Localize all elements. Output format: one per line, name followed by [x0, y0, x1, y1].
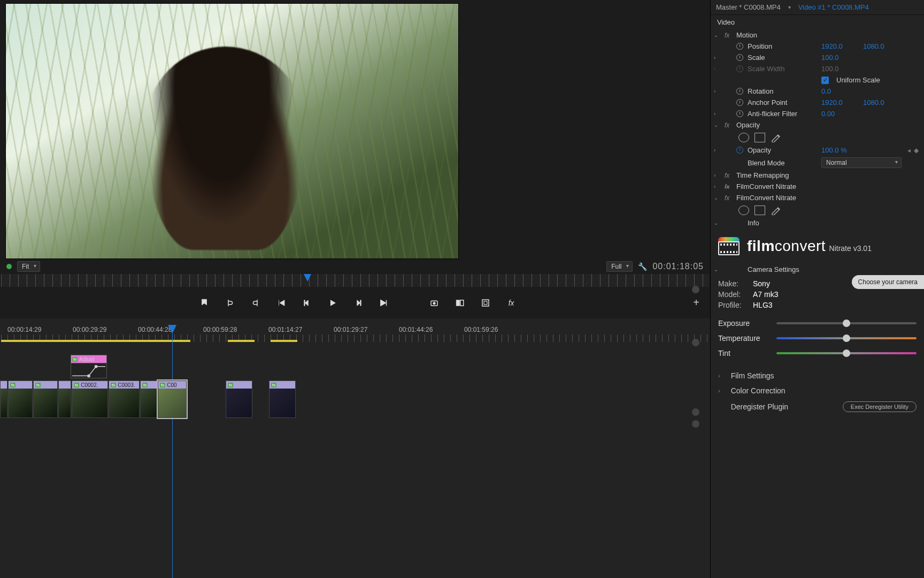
- track-scroll-handle[interactable]: [692, 339, 699, 346]
- export-frame-button[interactable]: [428, 297, 440, 309]
- timeline-panel[interactable]: 00:00:14:29 00:00:29:29 00:00:44:28 00:0…: [0, 318, 710, 578]
- blend-mode-dropdown[interactable]: Normal: [821, 157, 902, 168]
- effect-filmconvert-b[interactable]: FilmConvert Nitrate: [736, 194, 919, 202]
- settings-icon[interactable]: 🔧: [638, 262, 647, 271]
- adjustment-layer-clip[interactable]: fxAdjust: [71, 355, 107, 378]
- tab-clip[interactable]: Video #1 * C0008.MP4: [798, 3, 869, 11]
- time-ruler[interactable]: 00:00:14:29 00:00:29:29 00:00:44:28 00:0…: [1, 326, 709, 342]
- workarea-seg[interactable]: [1, 340, 190, 342]
- video-clip-selected[interactable]: fxC00: [158, 381, 187, 418]
- section-color-correction[interactable]: Color Correction: [731, 386, 786, 395]
- effect-controls-panel[interactable]: Master * C0008.MP4 ▾ Video #1 * C0008.MP…: [710, 0, 924, 578]
- twirl-icon[interactable]: ⌄: [714, 32, 720, 38]
- twirl-icon[interactable]: ›: [714, 172, 720, 178]
- uniform-scale-checkbox[interactable]: ✓: [821, 77, 829, 84]
- twirl-icon[interactable]: ⌄: [714, 220, 720, 226]
- go-to-in-button[interactable]: [275, 297, 287, 309]
- prev-keyframe-button[interactable]: ◂: [907, 147, 911, 154]
- video-clip[interactable]: [0, 381, 7, 418]
- rect-mask-button[interactable]: [754, 206, 765, 215]
- exposure-slider[interactable]: [776, 322, 917, 324]
- video-clip[interactable]: fx: [269, 381, 296, 418]
- fx-icon[interactable]: fx: [725, 172, 732, 179]
- section-film-settings[interactable]: Film Settings: [731, 371, 774, 380]
- slider-thumb[interactable]: [843, 320, 850, 327]
- twirl-icon[interactable]: ›: [714, 147, 720, 153]
- slider-thumb[interactable]: [843, 349, 850, 357]
- go-to-out-button[interactable]: [378, 297, 390, 309]
- keyframe-toggle-active[interactable]: [736, 147, 743, 154]
- video-clip[interactable]: fx: [226, 381, 252, 418]
- ellipse-mask-button[interactable]: [738, 133, 749, 142]
- program-monitor[interactable]: [5, 3, 459, 259]
- twirl-icon[interactable]: ›: [718, 387, 720, 394]
- tab-master[interactable]: Master * C0008.MP4: [716, 3, 781, 11]
- video-clip[interactable]: fxC0003.: [109, 381, 140, 418]
- fx-button[interactable]: fx: [505, 297, 517, 309]
- program-timecode[interactable]: 00:01:18:05: [652, 262, 704, 271]
- keyframe-toggle[interactable]: [736, 54, 743, 61]
- pen-mask-button[interactable]: [771, 206, 781, 215]
- temperature-slider[interactable]: [776, 337, 917, 339]
- add-marker-button[interactable]: [198, 297, 210, 309]
- video-clip[interactable]: fx: [140, 381, 157, 418]
- value-anchor-y[interactable]: 1080.0: [863, 98, 884, 107]
- clip-opacity-curve[interactable]: [71, 363, 106, 379]
- ellipse-mask-button[interactable]: [738, 206, 749, 215]
- video-track[interactable]: fx fx fxC0002. fxC0003. fx fxC00 fx fx: [0, 381, 296, 418]
- section-info[interactable]: Info: [748, 219, 817, 227]
- value-anchor-x[interactable]: 1920.0: [821, 98, 853, 107]
- section-camera-settings[interactable]: Camera Settings: [748, 265, 919, 273]
- deregister-button[interactable]: Exec Deregister Utility: [843, 401, 917, 412]
- button-editor-button[interactable]: +: [693, 296, 699, 309]
- chevron-down-icon[interactable]: ▾: [788, 4, 791, 10]
- choose-camera-button[interactable]: Choose your camera: [852, 275, 924, 289]
- mark-in-button[interactable]: [224, 297, 236, 309]
- value-scale[interactable]: 100.0: [821, 54, 853, 62]
- keyframe-toggle[interactable]: [736, 88, 743, 95]
- fx-icon[interactable]: fx: [725, 121, 732, 129]
- fx-icon[interactable]: fx: [725, 194, 732, 202]
- track-scroll-handle[interactable]: [692, 408, 699, 416]
- video-clip[interactable]: fx: [33, 381, 58, 418]
- value-position-y[interactable]: 1080.0: [863, 42, 884, 50]
- twirl-icon[interactable]: ›: [714, 55, 720, 60]
- mark-out-button[interactable]: [250, 297, 261, 309]
- tint-slider[interactable]: [776, 352, 917, 354]
- twirl-icon[interactable]: ⌄: [714, 122, 720, 128]
- video-clip[interactable]: fx: [8, 381, 33, 418]
- step-back-button[interactable]: [301, 297, 313, 309]
- track-scroll-handle[interactable]: [692, 420, 699, 428]
- effect-motion[interactable]: Motion: [736, 31, 806, 39]
- step-forward-button[interactable]: [352, 297, 364, 309]
- fx-bypass-icon[interactable]: fx: [725, 183, 732, 191]
- workarea-seg[interactable]: [271, 340, 297, 342]
- workarea-seg[interactable]: [228, 340, 255, 342]
- effect-time-remapping[interactable]: Time Remapping: [736, 171, 919, 179]
- zoom-dropdown[interactable]: Fit: [17, 261, 40, 272]
- rect-mask-button[interactable]: [754, 133, 765, 142]
- value-antiflicker[interactable]: 0.00: [821, 110, 853, 118]
- twirl-icon[interactable]: ›: [714, 88, 720, 94]
- effect-opacity[interactable]: Opacity: [736, 121, 806, 129]
- program-scrubber[interactable]: [1, 274, 709, 287]
- effect-filmconvert-a[interactable]: FilmConvert Nitrate: [736, 182, 919, 191]
- value-position-x[interactable]: 1920.0: [821, 42, 853, 50]
- safe-margins-button[interactable]: [480, 297, 491, 309]
- fx-icon[interactable]: fx: [725, 32, 732, 39]
- keyframe-toggle[interactable]: [736, 99, 743, 106]
- value-rotation[interactable]: 0.0: [821, 87, 853, 95]
- resolution-dropdown[interactable]: Full: [606, 261, 633, 272]
- value-opacity[interactable]: 100.0 %: [821, 146, 853, 154]
- add-keyframe-button[interactable]: ◆: [914, 147, 919, 154]
- pen-mask-button[interactable]: [771, 133, 781, 142]
- play-button[interactable]: [327, 297, 338, 309]
- slider-thumb[interactable]: [843, 334, 850, 342]
- comparison-view-button[interactable]: [454, 297, 466, 309]
- scroll-handle[interactable]: [692, 286, 699, 293]
- twirl-icon[interactable]: ⌄: [714, 267, 720, 272]
- keyframe-toggle[interactable]: [736, 43, 743, 50]
- twirl-icon[interactable]: ›: [714, 111, 720, 117]
- video-clip[interactable]: fxC0002.: [72, 381, 108, 418]
- twirl-icon[interactable]: ⌄: [714, 195, 720, 201]
